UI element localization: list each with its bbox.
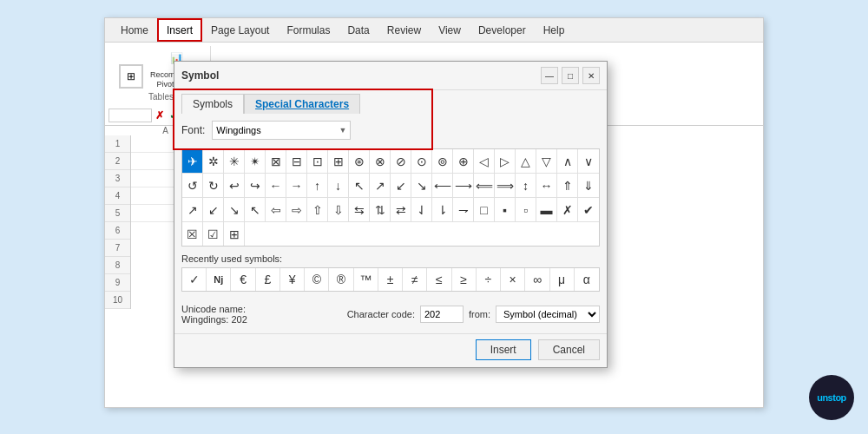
recent-divide[interactable]: ÷	[477, 268, 501, 291]
symbol-cell[interactable]: ✳	[224, 149, 245, 173]
from-select[interactable]: Symbol (decimal) Unicode (decimal) Unico…	[496, 306, 600, 323]
symbol-cell[interactable]: ↖	[349, 174, 370, 197]
char-code-input[interactable]	[420, 306, 464, 323]
symbol-cell[interactable]: ☑	[203, 222, 224, 246]
symbol-cell[interactable]: ⇩	[328, 198, 349, 221]
symbol-cell[interactable]: ☒	[182, 222, 203, 246]
symbol-cell[interactable]: ↪	[245, 174, 266, 197]
symbol-cell[interactable]: ⊞	[328, 149, 349, 173]
symbol-cell[interactable]: ⇑	[557, 174, 578, 197]
tab-review[interactable]: Review	[378, 18, 430, 42]
tab-page-layout[interactable]: Page Layout	[202, 18, 278, 42]
recent-trademark[interactable]: ™	[354, 268, 378, 291]
symbol-cell[interactable]: ⇂	[432, 198, 453, 221]
formula-cancel-btn[interactable]: ✗	[155, 109, 164, 122]
symbol-cell[interactable]: ↙	[391, 174, 411, 197]
symbol-cell[interactable]: ✗	[557, 198, 578, 221]
symbol-cell[interactable]: ↕	[516, 174, 536, 197]
symbol-cell[interactable]: ⊛	[349, 149, 370, 173]
symbol-cell[interactable]: ⇦	[266, 198, 286, 221]
symbol-cell[interactable]: ↑	[307, 174, 328, 197]
dialog-restore-btn[interactable]: □	[562, 67, 579, 84]
tab-symbols[interactable]: Symbols	[181, 94, 244, 114]
symbol-cell[interactable]: ↺	[182, 174, 203, 197]
symbol-cell[interactable]: △	[516, 149, 536, 173]
insert-button[interactable]: Insert	[476, 339, 531, 360]
tab-help[interactable]: Help	[535, 18, 574, 42]
symbol-cell[interactable]: ⇓	[578, 174, 599, 197]
ole-icon-btn[interactable]: ⊞	[119, 64, 143, 89]
symbol-cell[interactable]: ⇅	[370, 198, 391, 221]
symbol-cell[interactable]: ⟶	[453, 174, 474, 197]
recent-geq[interactable]: ≥	[452, 268, 477, 291]
symbol-cell[interactable]: ↖	[245, 198, 266, 221]
symbol-cell[interactable]: ⇁	[453, 198, 474, 221]
symbol-cell[interactable]: ⊘	[391, 149, 411, 173]
symbol-cell[interactable]: ⟹	[495, 174, 516, 197]
symbol-cell[interactable]: ⟸	[474, 174, 495, 197]
symbol-cell-checkmark[interactable]: ✔	[578, 198, 599, 221]
symbol-cell[interactable]: ⇄	[391, 198, 411, 221]
recent-yen[interactable]: ¥	[280, 268, 305, 291]
symbol-cell[interactable]: ⊡	[307, 149, 328, 173]
symbol-cell[interactable]: ↔	[536, 174, 557, 197]
tab-home[interactable]: Home	[112, 18, 157, 42]
tab-view[interactable]: View	[430, 18, 470, 42]
tab-insert[interactable]: Insert	[157, 18, 202, 42]
cancel-button[interactable]: Cancel	[538, 339, 600, 360]
tab-special-characters[interactable]: Special Characters	[244, 94, 360, 114]
symbol-cell[interactable]: ◁	[474, 149, 495, 173]
symbol-cell[interactable]: □	[474, 198, 495, 221]
symbol-cell[interactable]: ∨	[578, 149, 599, 173]
recent-checkmark[interactable]: ✓	[182, 268, 207, 291]
symbol-cell[interactable]: ⇧	[307, 198, 328, 221]
recent-nj[interactable]: Nj	[207, 268, 231, 291]
symbol-cell[interactable]: ⊟	[286, 149, 307, 173]
symbol-cell-selected[interactable]: ✈	[182, 149, 203, 173]
symbol-cell[interactable]: ⊗	[370, 149, 391, 173]
symbol-cell[interactable]: →	[286, 174, 307, 197]
recent-mu[interactable]: μ	[550, 268, 575, 291]
symbol-cell[interactable]: ↩	[224, 174, 245, 197]
tab-formulas[interactable]: Formulas	[278, 18, 339, 42]
symbol-cell[interactable]: ∧	[557, 149, 578, 173]
symbol-cell[interactable]: ↗	[370, 174, 391, 197]
symbol-cell[interactable]: ⊕	[453, 149, 474, 173]
symbol-cell[interactable]: ✲	[203, 149, 224, 173]
symbol-cell[interactable]: ▬	[536, 198, 557, 221]
recent-notequal[interactable]: ≠	[403, 268, 427, 291]
symbol-cell[interactable]: ⊚	[432, 149, 453, 173]
tab-developer[interactable]: Developer	[470, 18, 535, 42]
symbol-cell[interactable]: ↘	[224, 198, 245, 221]
symbol-cell[interactable]: ←	[266, 174, 286, 197]
symbol-cell[interactable]: ⟵	[432, 174, 453, 197]
recent-leq[interactable]: ≤	[427, 268, 451, 291]
symbol-cell[interactable]: ⊞	[224, 222, 245, 246]
symbol-cell[interactable]: ▫	[516, 198, 536, 221]
recent-times[interactable]: ×	[501, 268, 525, 291]
symbol-cell[interactable]: ▪	[495, 198, 516, 221]
tab-data[interactable]: Data	[339, 18, 378, 42]
symbol-cell[interactable]: ⇃	[411, 198, 432, 221]
symbol-cell[interactable]: ▽	[536, 149, 557, 173]
symbol-cell[interactable]: ✴	[245, 149, 266, 173]
symbol-cell[interactable]: ▷	[495, 149, 516, 173]
recent-infinity[interactable]: ∞	[525, 268, 549, 291]
recent-registered[interactable]: ®	[329, 268, 353, 291]
symbol-cell[interactable]: ↘	[411, 174, 432, 197]
symbol-cell[interactable]: ↻	[203, 174, 224, 197]
symbol-cell[interactable]: ⇨	[286, 198, 307, 221]
symbol-cell[interactable]: ⇆	[349, 198, 370, 221]
symbol-cell[interactable]: ↗	[182, 198, 203, 221]
recent-plusminus[interactable]: ±	[378, 268, 403, 291]
dialog-minimize-btn[interactable]: —	[541, 67, 558, 84]
cell-ref-input[interactable]	[108, 108, 152, 122]
symbol-cell[interactable]: ↓	[328, 174, 349, 197]
symbol-cell[interactable]: ↙	[203, 198, 224, 221]
recent-euro[interactable]: €	[231, 268, 255, 291]
recent-pound[interactable]: £	[256, 268, 280, 291]
recent-alpha[interactable]: α	[575, 268, 599, 291]
dialog-close-btn[interactable]: ✕	[582, 67, 600, 84]
font-select[interactable]: Wingdings ▼	[212, 121, 351, 140]
recent-copyright[interactable]: ©	[305, 268, 329, 291]
